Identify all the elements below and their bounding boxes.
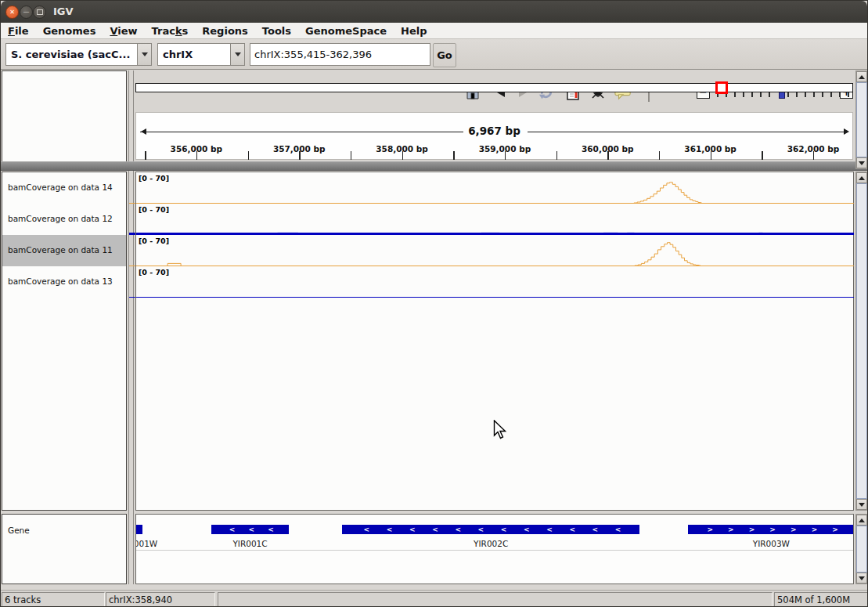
ruler-tick-mark — [248, 151, 250, 160]
coverage-track-4[interactable]: [0 - 70] — [136, 266, 854, 298]
base-pair-ruler[interactable]: 6,967 bp 356,000 bp357,000 bp358,000 bp3… — [135, 112, 853, 160]
chromosome-ideogram[interactable] — [135, 83, 853, 92]
go-button[interactable]: Go — [433, 43, 456, 67]
status-bar: 6 trackschrIX:358,940504M of 1,600M — [1, 590, 867, 607]
scroll-down-icon[interactable] — [856, 499, 867, 510]
locus-input[interactable] — [250, 43, 430, 66]
strand-chevron-icon: > — [728, 526, 734, 533]
scrollbar-thumb[interactable] — [856, 82, 867, 157]
menu-item-regions[interactable]: Regions — [195, 25, 255, 37]
strand-chevron-icon: < — [524, 526, 530, 533]
maximize-icon[interactable] — [33, 5, 46, 19]
ruler-tick-mark — [453, 151, 455, 160]
track-baseline-dash — [129, 297, 135, 298]
chevron-down-icon[interactable] — [230, 44, 244, 65]
track-range-label: [0 - 70] — [139, 237, 169, 245]
top-panel-scrollbar[interactable] — [855, 70, 868, 169]
status-message — [218, 592, 773, 607]
gene-name-label: YIR002C — [474, 539, 508, 548]
scrollbar-thumb[interactable] — [856, 183, 867, 499]
strand-chevron-icon: > — [707, 526, 713, 533]
chromosome-selector[interactable]: chrIX — [157, 43, 245, 66]
status-track-count: 6 tracks — [2, 592, 105, 607]
ruler-arrow-right — [844, 128, 852, 135]
data-panel-scrollbar[interactable] — [855, 172, 868, 511]
scroll-down-icon[interactable] — [856, 157, 867, 168]
strand-chevron-icon: < — [501, 526, 507, 533]
menu-item-help[interactable]: Help — [394, 25, 434, 37]
minimize-icon[interactable]: — — [20, 5, 33, 19]
ruler-tick-mark — [607, 151, 609, 160]
ruler-arrow-left — [138, 128, 146, 135]
scroll-down-icon[interactable] — [856, 573, 867, 584]
strand-chevron-icon: < — [592, 526, 599, 533]
gene-name-label: 001W — [135, 539, 157, 548]
coverage-track-2[interactable]: [0 - 70] — [136, 204, 854, 236]
panel-splitter-vertical[interactable] — [128, 70, 134, 584]
menu-item-view[interactable]: View — [103, 25, 144, 37]
menu-item-genomes[interactable]: Genomes — [36, 25, 103, 37]
strand-chevron-icon: < — [229, 526, 236, 533]
ruler-tick-mark — [659, 151, 661, 160]
menu-item-tools[interactable]: Tools — [255, 25, 298, 37]
menu-item-genomespace[interactable]: GenomeSpace — [298, 25, 394, 37]
coverage-plot — [136, 266, 854, 298]
strand-chevron-icon: > — [832, 526, 838, 533]
coverage-track-3[interactable]: [0 - 70] — [136, 235, 854, 267]
toolbar: S. cerevisiae (sacC... chrIX Go — [1, 38, 867, 70]
ruler-span-line — [140, 132, 463, 132]
window-title: IGV — [53, 5, 74, 17]
ruler-tick-mark — [299, 151, 301, 160]
close-icon[interactable]: ✕ — [5, 5, 19, 19]
ruler-tick-mark — [505, 151, 506, 160]
ruler-span-line — [528, 132, 847, 132]
coverage-plot — [136, 204, 854, 236]
strand-chevron-icon: < — [432, 526, 438, 533]
chevron-down-icon[interactable] — [137, 44, 151, 65]
ruler-tick-mark — [196, 151, 198, 160]
ruler-tick-mark — [762, 151, 763, 160]
coverage-plot — [136, 172, 854, 204]
status-cursor-position: chrIX:358,940 — [106, 592, 215, 607]
menu-item-file[interactable]: File — [1, 25, 36, 37]
ruler-tick-mark — [145, 151, 146, 160]
panel-splitter-horizontal[interactable] — [1, 161, 867, 171]
ruler-tick-mark — [351, 151, 352, 160]
genome-selector[interactable]: S. cerevisiae (sacC... — [5, 43, 152, 66]
menu-item-tracks[interactable]: Tracks — [145, 25, 196, 37]
view-span-label: 6,967 bp — [136, 125, 852, 137]
track-range-label: [0 - 70] — [139, 268, 169, 276]
coverage-track-1[interactable]: [0 - 70] — [136, 172, 854, 204]
track-baseline-dash — [129, 266, 135, 266]
scroll-up-icon[interactable] — [856, 71, 867, 82]
strand-chevron-icon: < — [455, 526, 461, 533]
track-name-3[interactable]: bamCoverage on data 11 — [2, 235, 126, 266]
track-name-panel: bamCoverage on data 14bamCoverage on dat… — [2, 172, 127, 511]
title-bar[interactable]: ✕ — IGV — [1, 1, 867, 23]
strand-chevron-icon: > — [749, 526, 755, 533]
ruler-tick-mark — [402, 151, 404, 160]
view-region-marker[interactable] — [715, 81, 728, 94]
scroll-up-icon[interactable] — [856, 515, 867, 526]
strand-chevron-icon: > — [769, 526, 776, 533]
scrollbar-thumb[interactable] — [856, 526, 867, 573]
track-name-4[interactable]: bamCoverage on data 13 — [2, 266, 126, 298]
strand-chevron-icon: < — [364, 526, 370, 533]
scroll-up-icon[interactable] — [856, 172, 867, 183]
track-range-label: [0 - 70] — [139, 174, 169, 182]
strand-chevron-icon: > — [791, 526, 797, 533]
track-data-panel[interactable]: [0 - 70][0 - 70][0 - 70][0 - 70] — [135, 172, 854, 511]
track-baseline-dash — [129, 203, 135, 204]
strand-chevron-icon: < — [546, 526, 553, 533]
igv-window: ✕ — IGV FileGenomesViewTracksRegionsTool… — [0, 0, 868, 607]
strand-chevron-icon: < — [268, 526, 274, 533]
gene-track-panel[interactable]: 001W<<<YIR001C<<<<<<<<<<<<YIR002C>>>>>>>… — [135, 514, 854, 584]
gene-name-label: YIR001C — [232, 539, 267, 548]
track-name-1[interactable]: bamCoverage on data 14 — [2, 172, 126, 204]
strand-chevron-icon: < — [615, 526, 621, 533]
strand-chevron-icon: < — [249, 526, 255, 533]
gene-001W[interactable] — [136, 525, 142, 534]
gene-panel-scrollbar[interactable] — [855, 514, 868, 584]
strand-chevron-icon: > — [812, 526, 818, 533]
track-name-2[interactable]: bamCoverage on data 12 — [2, 204, 126, 235]
